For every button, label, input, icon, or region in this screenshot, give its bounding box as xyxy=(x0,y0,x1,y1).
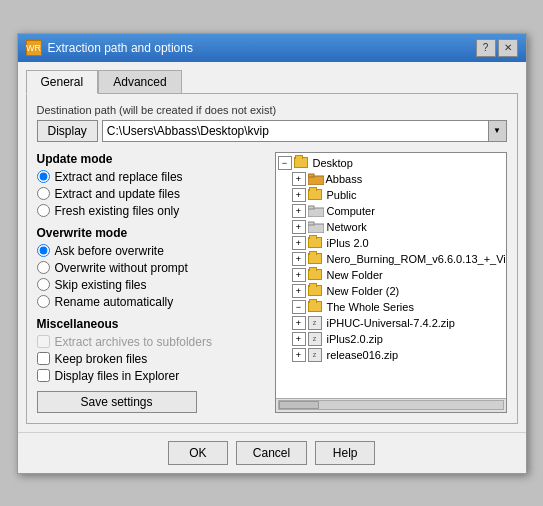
dialog-title: Extraction path and options xyxy=(48,41,193,55)
display-button[interactable]: Display xyxy=(37,120,98,142)
close-titlebar-button[interactable]: ✕ xyxy=(498,39,518,57)
left-panel: Update mode Extract and replace files Ex… xyxy=(37,152,267,413)
radio-rename-auto-label: Rename automatically xyxy=(55,295,174,309)
expander-iplus[interactable]: + xyxy=(292,236,306,250)
check-extract-subfolders[interactable]: Extract archives to subfolders xyxy=(37,335,267,349)
tab-content-general: Destination path (will be created if doe… xyxy=(26,93,518,424)
radio-rename-auto[interactable]: Rename automatically xyxy=(37,295,267,309)
tree-area[interactable]: − Desktop + Abbass xyxy=(276,153,506,398)
svg-rect-5 xyxy=(308,222,314,225)
tree-label-release016: release016.zip xyxy=(327,349,399,361)
radio-fresh-existing-label: Fresh existing files only xyxy=(55,204,180,218)
radio-ask-before[interactable]: Ask before overwrite xyxy=(37,244,267,258)
save-settings-button[interactable]: Save settings xyxy=(37,391,197,413)
tree-label-new-folder: New Folder xyxy=(327,269,383,281)
tree-item-new-folder[interactable]: + New Folder xyxy=(278,267,504,283)
folder-icon-desktop xyxy=(294,157,310,169)
radio-overwrite-no-prompt-label: Overwrite without prompt xyxy=(55,261,188,275)
tree-item-public[interactable]: + Public xyxy=(278,187,504,203)
expander-network[interactable]: + xyxy=(292,220,306,234)
expander-computer[interactable]: + xyxy=(292,204,306,218)
radio-fresh-existing[interactable]: Fresh existing files only xyxy=(37,204,267,218)
tree-scrollbar-horizontal[interactable] xyxy=(276,398,506,412)
expander-whole-series[interactable]: − xyxy=(292,300,306,314)
tree-label-desktop: Desktop xyxy=(313,157,353,169)
main-area: Update mode Extract and replace files Ex… xyxy=(37,152,507,413)
destination-label: Destination path (will be created if doe… xyxy=(37,104,507,116)
tree-item-iplus[interactable]: + iPlus 2.0 xyxy=(278,235,504,251)
destination-row: Display ▼ xyxy=(37,120,507,142)
svg-rect-3 xyxy=(308,206,314,209)
tabs: General Advanced xyxy=(26,70,518,94)
dest-input-wrapper: ▼ xyxy=(102,120,507,142)
tree-item-computer[interactable]: + Computer xyxy=(278,203,504,219)
check-extract-subfolders-label: Extract archives to subfolders xyxy=(55,335,212,349)
tree-label-public: Public xyxy=(327,189,357,201)
dropdown-arrow-icon[interactable]: ▼ xyxy=(488,121,506,141)
folder-icon-iplus xyxy=(308,237,324,249)
tree-item-whole-series[interactable]: − The Whole Series xyxy=(278,299,504,315)
update-mode-group: Extract and replace files Extract and up… xyxy=(37,170,267,218)
scrollbar-track[interactable] xyxy=(278,400,504,410)
cancel-button[interactable]: Cancel xyxy=(236,441,307,465)
tree-item-abbass[interactable]: + Abbass xyxy=(278,171,504,187)
scrollbar-thumb[interactable] xyxy=(279,401,319,409)
folder-icon-iphuc: z xyxy=(308,317,324,329)
expander-new-folder2[interactable]: + xyxy=(292,284,306,298)
folder-icon-network xyxy=(308,221,324,233)
folder-icon-iplus2zip: z xyxy=(308,333,324,345)
expander-new-folder[interactable]: + xyxy=(292,268,306,282)
help-titlebar-button[interactable]: ? xyxy=(476,39,496,57)
folder-icon-new-folder2 xyxy=(308,285,324,297)
tree-item-iplus2zip[interactable]: + z iPlus2.0.zip xyxy=(278,331,504,347)
radio-extract-replace[interactable]: Extract and replace files xyxy=(37,170,267,184)
tree-label-network: Network xyxy=(327,221,367,233)
tree-item-iphuc[interactable]: + z iPHUC-Universal-7.4.2.zip xyxy=(278,315,504,331)
expander-abbass[interactable]: + xyxy=(292,172,306,186)
check-keep-broken-label: Keep broken files xyxy=(55,352,148,366)
ok-button[interactable]: OK xyxy=(168,441,228,465)
expander-iplus2zip[interactable]: + xyxy=(292,332,306,346)
expander-desktop[interactable]: − xyxy=(278,156,292,170)
expander-release016[interactable]: + xyxy=(292,348,306,362)
radio-skip-existing[interactable]: Skip existing files xyxy=(37,278,267,292)
right-panel: − Desktop + Abbass xyxy=(275,152,507,413)
tree-item-desktop[interactable]: − Desktop xyxy=(278,155,504,171)
folder-icon-public xyxy=(308,189,324,201)
title-bar: WR Extraction path and options ? ✕ xyxy=(18,34,526,62)
folder-icon-abbass xyxy=(308,173,324,185)
title-buttons: ? ✕ xyxy=(476,39,518,57)
radio-extract-update[interactable]: Extract and update files xyxy=(37,187,267,201)
check-keep-broken[interactable]: Keep broken files xyxy=(37,352,267,366)
tree-item-new-folder2[interactable]: + New Folder (2) xyxy=(278,283,504,299)
tab-general[interactable]: General xyxy=(26,70,99,94)
svg-rect-1 xyxy=(308,174,314,177)
radio-overwrite-no-prompt[interactable]: Overwrite without prompt xyxy=(37,261,267,275)
tree-item-nero[interactable]: + Nero_Burning_ROM_v6.6.0.13_+_Vision_ xyxy=(278,251,504,267)
radio-skip-existing-label: Skip existing files xyxy=(55,278,147,292)
radio-ask-before-label: Ask before overwrite xyxy=(55,244,164,258)
overwrite-mode-title: Overwrite mode xyxy=(37,226,267,240)
tree-item-network[interactable]: + Network xyxy=(278,219,504,235)
title-bar-left: WR Extraction path and options xyxy=(26,40,193,56)
tree-label-new-folder2: New Folder (2) xyxy=(327,285,400,297)
help-button[interactable]: Help xyxy=(315,441,375,465)
radio-extract-replace-label: Extract and replace files xyxy=(55,170,183,184)
app-icon: WR xyxy=(26,40,42,56)
tab-advanced[interactable]: Advanced xyxy=(98,70,181,94)
tree-label-iplus2zip: iPlus2.0.zip xyxy=(327,333,383,345)
folder-icon-nero xyxy=(308,253,324,265)
folder-icon-release016: z xyxy=(308,349,324,361)
expander-iphuc[interactable]: + xyxy=(292,316,306,330)
destination-input[interactable] xyxy=(103,122,488,140)
expander-nero[interactable]: + xyxy=(292,252,306,266)
bottom-buttons: OK Cancel Help xyxy=(18,432,526,473)
check-display-files[interactable]: Display files in Explorer xyxy=(37,369,267,383)
folder-icon-computer xyxy=(308,205,324,217)
misc-title: Miscellaneous xyxy=(37,317,267,331)
misc-section: Miscellaneous Extract archives to subfol… xyxy=(37,317,267,383)
update-mode-title: Update mode xyxy=(37,152,267,166)
tree-label-iplus: iPlus 2.0 xyxy=(327,237,369,249)
tree-item-release016[interactable]: + z release016.zip xyxy=(278,347,504,363)
expander-public[interactable]: + xyxy=(292,188,306,202)
